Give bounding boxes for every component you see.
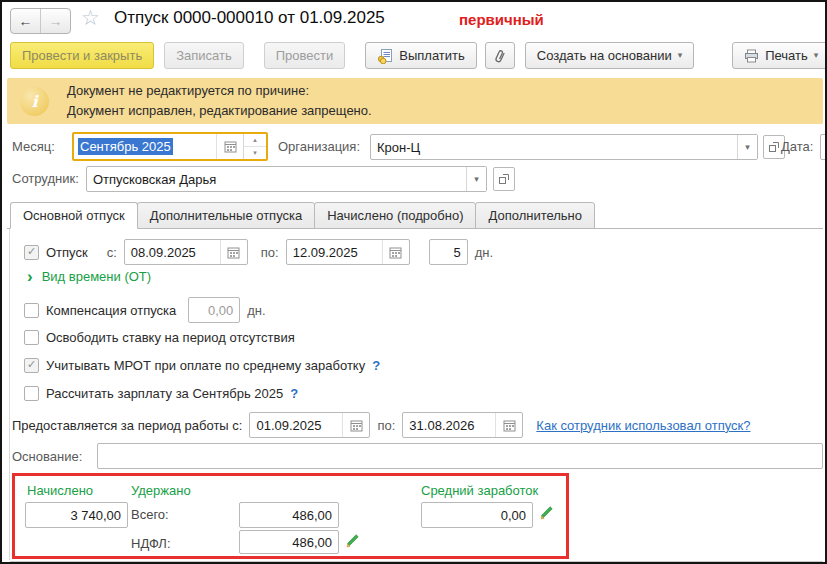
withheld-total-field[interactable]: 486,00 <box>239 502 339 528</box>
check-icon: ✓ <box>27 358 36 371</box>
spinner-up-icon: ▴ <box>244 134 266 147</box>
tab-main-vacation[interactable]: Основной отпуск <box>10 202 138 229</box>
chevron-down-icon: ▾ <box>814 51 819 60</box>
withheld-label: Удержано <box>131 483 191 498</box>
mrot-help-icon[interactable]: ? <box>372 358 380 373</box>
release-rate-checkbox[interactable] <box>24 330 39 345</box>
accrued-field[interactable]: 3 740,00 <box>25 502 128 528</box>
create-based-on-label: Создать на основании <box>537 48 672 63</box>
month-calendar-button[interactable] <box>216 134 243 159</box>
post-and-close-button[interactable]: Провести и закрыть <box>10 42 154 69</box>
withheld-total-value: 486,00 <box>292 508 332 523</box>
accrued-value: 3 740,00 <box>70 508 121 523</box>
vacation-label: Отпуск <box>46 245 88 260</box>
post-and-close-label: Провести и закрыть <box>22 48 142 63</box>
print-button[interactable]: Печать ▾ <box>732 42 827 69</box>
organization-dropdown-button[interactable]: ▾ <box>737 135 757 159</box>
favorite-star-icon[interactable]: ☆ <box>81 6 100 30</box>
attach-button[interactable] <box>485 42 515 69</box>
back-button[interactable]: ← <box>11 9 41 33</box>
info-icon: i <box>20 87 49 116</box>
ndfl-label: НДФЛ: <box>131 536 171 551</box>
post-label: Провести <box>276 48 334 63</box>
calendar-icon <box>389 246 402 259</box>
release-rate-row: Освободить ставку на период отсутствия <box>24 330 295 345</box>
work-period-to-value: 31.08.2026 <box>409 418 495 433</box>
calendar-icon <box>503 419 516 432</box>
pay-button[interactable]: Выплатить <box>365 42 477 69</box>
basis-field[interactable] <box>97 443 823 469</box>
calc-salary-row: Рассчитать зарплату за Сентябрь 2025 ? <box>24 386 298 401</box>
calendar-icon <box>227 246 240 259</box>
notice-line-1: Документ не редактируется по причине: <box>67 81 372 101</box>
open-icon <box>768 141 780 153</box>
month-spinner[interactable]: ▴ ▾ <box>243 134 266 159</box>
bottom-separator <box>10 561 823 562</box>
mrot-row: ✓ Учитывать МРОТ при оплате по среднему … <box>24 358 380 373</box>
write-button[interactable]: Записать <box>164 42 244 69</box>
avg-earnings-label: Средний заработок <box>421 483 538 498</box>
vacation-row: ✓ Отпуск с: 08.09.2025 по: 12.09.2025 <box>24 239 493 265</box>
avg-earnings-value: 0,00 <box>501 508 526 523</box>
vacation-days-field[interactable]: 5 <box>429 239 468 265</box>
employee-field: Отпусковская Дарья ▾ <box>86 166 487 192</box>
employee-input[interactable]: Отпусковская Дарья <box>87 167 466 191</box>
mrot-checkbox[interactable]: ✓ <box>24 358 39 373</box>
vacation-from-field[interactable]: 08.09.2025 <box>124 239 248 265</box>
compensation-days-field[interactable]: 0,00 <box>188 297 240 323</box>
organization-field: Крон-Ц ▾ <box>370 134 758 160</box>
ndfl-field[interactable]: 486,00 <box>239 530 339 554</box>
vacation-checkbox[interactable]: ✓ <box>24 245 39 260</box>
chevron-down-icon: ▾ <box>474 175 479 184</box>
chevron-down-icon: ▾ <box>678 51 683 60</box>
open-icon <box>498 173 510 185</box>
mrot-label: Учитывать МРОТ при оплате по среднему за… <box>46 358 365 373</box>
date-field[interactable] <box>820 134 827 160</box>
paperclip-icon <box>494 48 506 64</box>
nav-button-group: ← → <box>10 8 71 34</box>
avg-earnings-edit-button[interactable] <box>539 505 555 525</box>
forward-button[interactable]: → <box>41 9 70 33</box>
vacation-usage-link[interactable]: Как сотрудник использовал отпуск? <box>536 418 750 433</box>
accrued-label: Начислено <box>27 483 93 498</box>
work-period-to-field[interactable]: 31.08.2026 <box>402 412 523 438</box>
chevron-right-icon: › <box>27 268 33 285</box>
page-title: Отпуск 0000-000010 от 01.09.2025 <box>114 8 385 28</box>
spinner-down-icon: ▾ <box>244 147 266 159</box>
avg-earnings-field[interactable]: 0,00 <box>421 502 533 528</box>
employee-open-button[interactable] <box>493 167 515 191</box>
month-input[interactable]: Сентябрь 2025 <box>74 134 216 159</box>
totals-highlight-box: Начислено Удержано Средний заработок 3 7… <box>12 473 569 559</box>
month-field: Сентябрь 2025 ▴ ▾ <box>72 132 268 161</box>
organization-input[interactable]: Крон-Ц <box>371 135 737 159</box>
vacation-to-calendar-button[interactable] <box>382 240 409 264</box>
tab-additional-vacations[interactable]: Дополнительные отпуска <box>137 202 316 229</box>
tab-additional[interactable]: Дополнительно <box>475 202 595 229</box>
work-period-label: Предоставляется за период работы с: <box>12 418 242 433</box>
work-period-to-calendar-button[interactable] <box>495 413 522 437</box>
calendar-icon <box>224 140 237 153</box>
vacation-from-calendar-button[interactable] <box>220 240 247 264</box>
create-based-on-button[interactable]: Создать на основании ▾ <box>525 42 694 69</box>
vacation-to-label: по: <box>261 245 279 260</box>
employee-label: Сотрудник: <box>12 171 79 186</box>
ndfl-edit-button[interactable] <box>345 533 361 553</box>
vacation-to-field[interactable]: 12.09.2025 <box>286 239 410 265</box>
tab-accrued-detail[interactable]: Начислено (подробно) <box>314 202 476 229</box>
compensation-checkbox[interactable] <box>24 303 39 318</box>
basis-label: Основание: <box>12 449 82 464</box>
toolbar: Провести и закрыть Записать Провести Вып… <box>10 42 827 69</box>
work-period-from-field[interactable]: 01.09.2025 <box>249 412 370 438</box>
work-period-row: Предоставляется за период работы с: 01.0… <box>12 412 751 438</box>
compensation-label: Компенсация отпуска <box>46 303 176 318</box>
time-kind-toggle[interactable]: › Вид времени (ОТ) <box>27 268 151 285</box>
tab-page-left-border <box>9 229 10 560</box>
post-button[interactable]: Провести <box>264 42 346 69</box>
work-period-from-calendar-button[interactable] <box>342 413 369 437</box>
calc-salary-help-icon[interactable]: ? <box>290 386 298 401</box>
calc-salary-checkbox[interactable] <box>24 386 39 401</box>
date-label: Дата: <box>781 139 813 154</box>
employee-dropdown-button[interactable]: ▾ <box>466 167 486 191</box>
pay-label: Выплатить <box>399 48 465 63</box>
print-label: Печать <box>765 48 808 63</box>
